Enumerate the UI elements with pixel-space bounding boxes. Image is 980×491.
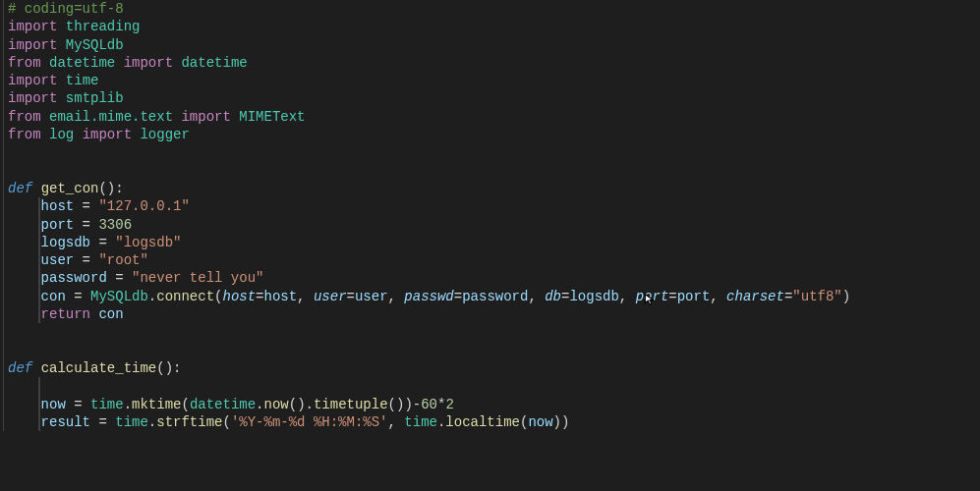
identifier: datetime: [49, 55, 115, 71]
punct: ,: [297, 289, 314, 304]
method: mktime: [132, 397, 181, 412]
operator: -: [413, 397, 421, 412]
code-line[interactable]: now = time.mktime(datetime.now().timetup…: [8, 396, 980, 413]
punct: (: [181, 397, 189, 412]
method: connect: [156, 289, 214, 304]
operator: =: [454, 289, 462, 304]
punct: ):: [107, 181, 124, 196]
code-line[interactable]: con = MySQLdb.connect(host=host, user=us…: [8, 288, 980, 305]
punct: (: [222, 414, 230, 430]
code-line[interactable]: user = "root": [8, 251, 980, 269]
punct: (): [388, 397, 405, 412]
punct: ):: [165, 360, 182, 376]
keyword: import: [8, 37, 57, 53]
identifier: datetime: [181, 55, 247, 71]
param: host: [222, 289, 256, 304]
identifier: MySQLdb: [90, 289, 148, 304]
punct: ): [404, 397, 412, 412]
keyword: import: [8, 90, 57, 106]
code-line[interactable]: result = time.strftime('%Y-%m-%d %H:%M:%…: [8, 413, 980, 431]
code-line[interactable]: from email.mime.text import MIMEText: [8, 108, 980, 126]
number: 60: [421, 397, 437, 412]
string: "logsdb": [115, 235, 181, 250]
operator: =: [347, 289, 355, 304]
keyword: import: [181, 109, 230, 125]
operator: =: [107, 270, 132, 286]
argument: logsdb: [569, 289, 618, 304]
code-line[interactable]: import threading: [8, 18, 980, 35]
identifier: time: [66, 73, 99, 88]
code-line[interactable]: host = "127.0.0.1": [8, 197, 980, 215]
string: "utf8": [792, 289, 841, 304]
code-line[interactable]: def calculate_time():: [8, 359, 980, 377]
keyword: from: [8, 109, 41, 125]
argument: host: [264, 289, 298, 304]
punct: ,: [619, 289, 636, 304]
code-line[interactable]: from log import logger: [8, 126, 980, 143]
keyword: from: [8, 127, 41, 142]
identifier: smtplib: [66, 90, 124, 106]
code-line[interactable]: import smtplib: [8, 89, 980, 107]
identifier: logger: [140, 127, 189, 142]
punct: .: [306, 397, 314, 412]
blank-line[interactable]: [8, 377, 980, 395]
operator: =: [74, 252, 98, 268]
keyword: import: [8, 73, 57, 88]
method: localtime: [445, 414, 520, 430]
punct: ,: [710, 289, 726, 304]
blank-line[interactable]: [8, 162, 980, 180]
code-line[interactable]: # coding=utf-8: [8, 0, 980, 18]
argument: password: [462, 289, 528, 304]
identifier: threading: [66, 19, 141, 34]
operator: =: [74, 198, 98, 214]
identifier: time: [115, 414, 148, 430]
variable: port: [41, 217, 75, 233]
punct: (): [289, 397, 306, 412]
operator: =: [66, 397, 90, 412]
identifier: log: [49, 127, 74, 142]
keyword: import: [124, 55, 173, 71]
variable: con: [41, 289, 66, 304]
code-line[interactable]: import MySQLdb: [8, 36, 980, 54]
punct: ,: [388, 414, 405, 430]
argument: user: [355, 289, 388, 304]
punct: (: [156, 360, 164, 376]
method: strftime: [156, 414, 222, 430]
function-name: calculate_time: [41, 360, 157, 376]
operator: =: [90, 235, 115, 250]
keyword: from: [8, 55, 41, 71]
variable: con: [90, 306, 124, 322]
punct: )): [553, 414, 570, 430]
keyword-def: def: [8, 181, 32, 196]
code-line[interactable]: password = "never tell you": [8, 269, 980, 287]
code-line[interactable]: import time: [8, 72, 980, 89]
method: timetuple: [314, 397, 388, 412]
argument: now: [528, 414, 552, 430]
number: 2: [445, 397, 453, 412]
param: passwd: [404, 289, 453, 304]
code-line[interactable]: logsdb = "logsdb": [8, 234, 980, 251]
argument: port: [677, 289, 711, 304]
code-line[interactable]: return con: [8, 305, 980, 323]
variable: host: [41, 198, 75, 214]
string: "root": [98, 252, 147, 268]
punct: .: [124, 397, 132, 412]
identifier: time: [90, 397, 124, 412]
param: user: [314, 289, 347, 304]
code-line[interactable]: from datetime import datetime: [8, 54, 980, 72]
code-line[interactable]: def get_con():: [8, 180, 980, 197]
string: "127.0.0.1": [98, 198, 189, 214]
keyword: import: [83, 127, 132, 142]
operator: =: [90, 414, 115, 430]
keyword: import: [8, 19, 57, 34]
param: charset: [726, 289, 784, 304]
blank-line[interactable]: [8, 342, 980, 359]
punct: .: [148, 289, 156, 304]
string: "never tell you": [132, 270, 263, 286]
code-editor[interactable]: # coding=utf-8 import threading import M…: [0, 0, 980, 431]
code-line[interactable]: port = 3306: [8, 216, 980, 234]
blank-line[interactable]: [8, 143, 980, 161]
identifier: MySQLdb: [66, 37, 124, 53]
identifier: time: [404, 414, 437, 430]
blank-line[interactable]: [8, 323, 980, 341]
